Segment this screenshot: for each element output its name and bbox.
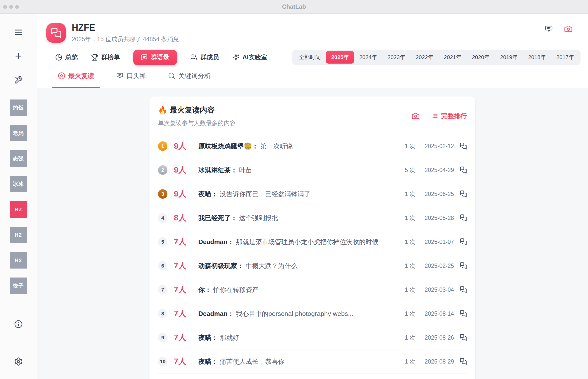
card-screenshot-button[interactable] <box>412 112 420 120</box>
year-label: 2018年 <box>528 54 546 61</box>
tab-ai-lab[interactable]: AI实验室 <box>232 50 267 65</box>
view-context-button[interactable] <box>459 310 467 317</box>
view-context-button[interactable] <box>459 190 467 198</box>
repeat-date: 2025-04-29 <box>425 167 454 174</box>
meta-divider: | <box>419 167 421 173</box>
full-ranking-label: 完整排行 <box>441 112 467 120</box>
repeat-count: 1 次 <box>405 142 415 150</box>
add-chat-button[interactable] <box>11 50 25 62</box>
sidebar-chat-avatar[interactable]: 冰冰 <box>10 176 27 192</box>
sidebar-chat-avatar[interactable]: H2 <box>10 227 27 243</box>
sidebar-chat-avatar[interactable]: 志强 <box>10 150 27 167</box>
avatar-label: H2 <box>15 257 22 263</box>
view-context-button[interactable] <box>459 238 467 246</box>
tab-label: 群榜单 <box>101 53 120 61</box>
repeat-count: 1 次 <box>405 262 415 270</box>
tab-rankings[interactable]: 群榜单 <box>91 50 120 65</box>
speaker-name: 动森初级玩家： <box>198 262 244 270</box>
settings-button[interactable] <box>11 356 25 368</box>
chat-bubbles-icon <box>50 27 62 39</box>
message-text: 叶苗 <box>239 166 252 174</box>
tab-label: 群成员 <box>200 53 219 61</box>
app-title: ChatLab <box>282 3 306 10</box>
repeat-count: 1 次 <box>405 334 415 342</box>
about-button[interactable] <box>11 318 25 330</box>
ranking-row[interactable]: 10 7人 夜喵：痛苦使人成长，恭喜你 1 次 | 2025-08-29 <box>158 350 467 374</box>
info-icon <box>14 320 23 328</box>
meta-divider: | <box>419 143 421 149</box>
meta-divider: | <box>419 334 421 341</box>
year-filter-item[interactable]: 2017年 <box>551 51 579 64</box>
repeat-date: 2025-02-12 <box>425 143 454 150</box>
view-context-button[interactable] <box>459 358 467 365</box>
menu-button[interactable] <box>11 26 25 38</box>
subtab-catchphrases[interactable]: 口头禅 <box>111 72 151 88</box>
sparkles-icon <box>232 54 239 61</box>
people-count: 7人 <box>174 260 193 271</box>
chat-bubbles-icon <box>459 238 467 246</box>
sidebar-chat-avatar[interactable]: HZ <box>10 201 27 218</box>
year-filter-item[interactable]: 2020年 <box>467 51 495 64</box>
year-filter-item[interactable]: 全部时间 <box>294 51 326 64</box>
minimize-window-button[interactable] <box>9 5 13 9</box>
screenshot-button[interactable] <box>564 25 573 33</box>
ranking-row[interactable]: 8 7人 Deadman：我心目中的personal photography w… <box>158 302 467 326</box>
view-context-button[interactable] <box>459 334 467 341</box>
avatar-label: 志强 <box>13 155 24 162</box>
close-window-button[interactable] <box>3 5 7 9</box>
message-text: 我心目中的personal photography webs... <box>236 310 353 317</box>
subtab-label: 关键词分析 <box>178 72 211 80</box>
users-icon <box>190 54 197 61</box>
repeat-date: 2025-08-14 <box>425 310 454 317</box>
sidebar-chat-avatar[interactable]: 老妈 <box>10 125 27 141</box>
speaker-name: 冰淇淋红茶： <box>198 166 237 174</box>
subtab-keyword-analysis[interactable]: 关键词分析 <box>162 72 216 88</box>
year-filter-item[interactable]: 2025年 <box>326 51 354 64</box>
view-context-button[interactable] <box>459 214 467 222</box>
ranking-row[interactable]: 2 9人 冰淇淋红茶：叶苗 5 次 | 2025-04-29 <box>158 158 467 182</box>
people-count: 7人 <box>174 236 193 247</box>
people-count: 9人 <box>174 189 193 199</box>
ranking-row[interactable]: 9 7人 夜喵：那就好 1 次 | 2025-08-26 <box>158 326 467 350</box>
main-tabs: 总览 群榜单 群语录 群成员 <box>55 50 267 65</box>
year-filter-item[interactable]: 2019年 <box>495 51 523 64</box>
ranking-row[interactable]: 5 7人 Deadman：那就是菜市场管理员小龙小虎把你摊位没收的时候 1 次 … <box>158 230 467 254</box>
full-ranking-link[interactable]: 完整排行 <box>431 112 467 120</box>
speaker-name: Deadman： <box>198 238 234 246</box>
plus-icon <box>14 52 23 61</box>
tab-overview[interactable]: 总览 <box>55 50 78 65</box>
avatar-label: 老妈 <box>13 130 24 137</box>
year-filter-item[interactable]: 2022年 <box>410 51 439 64</box>
camera-icon <box>564 25 573 33</box>
window-titlebar: ChatLab <box>0 0 588 14</box>
speaker-name: 原味板烧鸡腿堡🍔： <box>198 142 258 150</box>
sidebar-chat-avatar[interactable]: 约饭 <box>10 99 27 116</box>
year-filter-item[interactable]: 2021年 <box>439 51 467 64</box>
year-filter-item[interactable]: 2024年 <box>354 51 382 64</box>
chat-bubbles-icon <box>459 358 467 365</box>
ranking-row[interactable]: 1 9人 原味板烧鸡腿堡🍔：第一次听说 1 次 | 2025-02-12 <box>158 134 467 158</box>
trophy-icon <box>91 54 98 61</box>
tools-button[interactable] <box>11 74 25 86</box>
tab-quotes[interactable]: 群语录 <box>133 50 177 65</box>
ranking-row[interactable]: 3 9人 夜喵：没告诉你而已，已经盆满钵满了 1 次 | 2025-06-25 <box>158 182 467 206</box>
sidebar-chat-avatar[interactable]: H2 <box>10 252 27 269</box>
zoom-window-button[interactable] <box>15 5 19 9</box>
quote-text: 我已经死了：这个强到报批 <box>198 214 399 222</box>
row-meta: 1 次 | 2025-05-28 <box>405 214 467 222</box>
year-filter-item[interactable]: 2018年 <box>523 51 551 64</box>
ranking-row[interactable]: 7 7人 你：怕你在转移资产 1 次 | 2025-03-04 <box>158 278 467 302</box>
view-context-button[interactable] <box>459 142 467 150</box>
sidebar-chat-avatar[interactable]: 饺子 <box>10 278 27 294</box>
message-text: 第一次听说 <box>260 142 293 150</box>
year-filter-item[interactable]: 2023年 <box>382 51 410 64</box>
ranking-row[interactable]: 6 7人 动森初级玩家：中概大跌？为什么 1 次 | 2025-02-25 <box>158 254 467 278</box>
ranking-row[interactable]: 4 8人 我已经死了：这个强到报批 1 次 | 2025-05-28 <box>158 206 467 230</box>
feedback-button[interactable] <box>545 25 553 33</box>
chat-bubbles-icon <box>459 190 467 198</box>
subtab-hot-repeats[interactable]: 最火复读 <box>52 72 100 88</box>
view-context-button[interactable] <box>459 262 467 270</box>
view-context-button[interactable] <box>459 166 467 174</box>
view-context-button[interactable] <box>459 286 467 293</box>
tab-members[interactable]: 群成员 <box>190 50 219 65</box>
